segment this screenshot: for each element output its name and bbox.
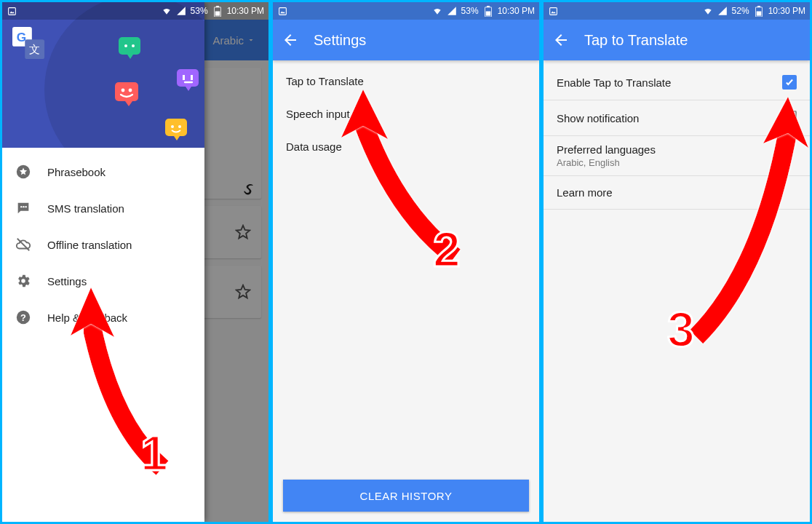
phone-screenshot-2: 53% 10:30 PM Settings Tap to Translate S… xyxy=(273,2,539,522)
setting-label: Enable Tap to Translate xyxy=(557,76,671,89)
svg-rect-4 xyxy=(119,37,140,55)
drawer-item-phrasebook[interactable]: Phrasebook xyxy=(2,154,204,190)
svg-point-8 xyxy=(122,89,125,92)
svg-point-19 xyxy=(25,206,26,207)
clear-history-label: CLEAR HISTORY xyxy=(360,490,453,502)
step-number: 3 xyxy=(667,301,695,357)
tap-translate-appbar: Tap to Translate xyxy=(544,20,810,60)
signal-icon xyxy=(717,6,728,16)
wifi-icon xyxy=(432,6,442,16)
drawer-item-label: Settings xyxy=(47,275,87,287)
drawer-item-sms[interactable]: SMS translation xyxy=(2,190,204,226)
svg-rect-13 xyxy=(165,119,187,136)
svg-rect-32 xyxy=(757,6,760,7)
back-arrow-icon[interactable] xyxy=(552,31,570,49)
settings-item-label: Tap to Translate xyxy=(286,75,364,87)
drawer-item-help[interactable]: ? Help & feedback xyxy=(2,299,204,336)
clock: 10:30 PM xyxy=(768,6,805,16)
setting-sublabel: Arabic, English xyxy=(557,157,797,168)
google-translate-logo: G 文 xyxy=(12,27,46,60)
svg-rect-26 xyxy=(279,7,286,15)
phone-screenshot-3: 52% 10:30 PM Tap to Translate Enable Tap… xyxy=(544,2,810,522)
signal-icon xyxy=(447,6,457,16)
drawer-header: G 文 xyxy=(2,2,204,148)
settings-item-speech[interactable]: Speech input xyxy=(273,98,539,130)
setting-label: Show notification xyxy=(557,112,639,124)
svg-rect-28 xyxy=(487,6,490,7)
signal-icon xyxy=(176,6,186,16)
drawer-item-label: Offline translation xyxy=(47,239,132,251)
tap-translate-list: Enable Tap to Translate Show notificatio… xyxy=(544,60,810,214)
svg-rect-10 xyxy=(177,69,199,87)
status-bar: 52% 10:30 PM xyxy=(544,2,810,20)
chat-bubble-icon xyxy=(165,119,191,145)
drawer-item-label: SMS translation xyxy=(47,202,124,215)
chat-bubble-icon xyxy=(119,37,145,63)
setting-label: Preferred languages xyxy=(557,143,797,156)
drawer-item-label: Help & feedback xyxy=(47,311,127,324)
svg-rect-29 xyxy=(485,11,490,15)
svg-rect-7 xyxy=(115,82,138,101)
drawer-item-label: Phrasebook xyxy=(47,166,106,178)
clear-history-button[interactable]: CLEAR HISTORY xyxy=(283,480,529,512)
battery-icon xyxy=(754,6,764,16)
svg-text:G: G xyxy=(17,30,26,44)
svg-point-15 xyxy=(178,125,181,128)
help-icon: ? xyxy=(15,309,31,325)
svg-rect-12 xyxy=(191,75,193,80)
status-bar: 53% 10:30 PM xyxy=(273,2,539,20)
clock: 10:30 PM xyxy=(227,6,264,16)
drawer-item-offline[interactable]: Offline translation xyxy=(2,226,204,263)
clock: 10:30 PM xyxy=(498,6,535,16)
setting-show-notification[interactable]: Show notification xyxy=(544,100,810,136)
battery-icon xyxy=(212,6,223,16)
step-number: 2 xyxy=(433,221,461,277)
appbar-title: Tap to Translate xyxy=(584,32,801,49)
battery-percent: 53% xyxy=(191,6,208,16)
chat-bubble-icon xyxy=(177,69,203,95)
settings-item-label: Data usage xyxy=(286,140,342,153)
image-notification-icon xyxy=(7,6,17,16)
wifi-icon xyxy=(703,6,713,16)
setting-preferred-languages[interactable]: Preferred languages Arabic, English xyxy=(544,136,810,176)
svg-rect-33 xyxy=(756,11,761,15)
sms-icon xyxy=(15,200,31,216)
svg-point-14 xyxy=(171,125,174,128)
navigation-drawer: G 文 Phrasebook SMS translation Offline t… xyxy=(2,2,204,522)
settings-list: Tap to Translate Speech input Data usage xyxy=(273,60,539,167)
battery-percent: 53% xyxy=(461,6,479,16)
image-notification-icon xyxy=(277,6,287,16)
drawer-item-settings[interactable]: Settings xyxy=(2,263,204,299)
svg-text:?: ? xyxy=(20,312,26,323)
svg-rect-22 xyxy=(8,7,15,15)
setting-label: Learn more xyxy=(557,186,613,199)
svg-rect-30 xyxy=(549,7,557,15)
checkbox-show-notification[interactable] xyxy=(782,111,797,125)
battery-icon xyxy=(483,6,493,16)
svg-rect-25 xyxy=(215,11,220,15)
appbar-title: Settings xyxy=(314,32,530,49)
settings-item-tap-translate[interactable]: Tap to Translate xyxy=(273,65,539,98)
settings-appbar: Settings xyxy=(273,20,539,60)
svg-point-5 xyxy=(124,44,127,47)
wifi-icon xyxy=(162,6,172,16)
checkbox-enable-tap[interactable] xyxy=(782,75,797,90)
settings-item-label: Speech input xyxy=(286,108,350,120)
svg-text:文: 文 xyxy=(29,43,40,55)
phone-screenshot-1: Arabic ઽ G xyxy=(2,2,268,522)
setting-learn-more[interactable]: Learn more xyxy=(544,176,810,210)
step-number: 1 xyxy=(140,424,168,481)
gear-icon xyxy=(15,273,31,289)
svg-point-17 xyxy=(20,206,22,207)
svg-point-18 xyxy=(23,206,24,207)
setting-enable-tap[interactable]: Enable Tap to Translate xyxy=(544,65,810,100)
svg-rect-24 xyxy=(216,6,219,7)
svg-point-9 xyxy=(129,89,132,92)
settings-item-data[interactable]: Data usage xyxy=(273,130,539,163)
cloud-off-icon xyxy=(15,237,31,253)
image-notification-icon xyxy=(548,6,558,16)
chat-bubble-icon xyxy=(115,82,141,108)
back-arrow-icon[interactable] xyxy=(282,31,299,49)
svg-rect-11 xyxy=(183,75,185,80)
drawer-items: Phrasebook SMS translation Offline trans… xyxy=(2,148,204,341)
